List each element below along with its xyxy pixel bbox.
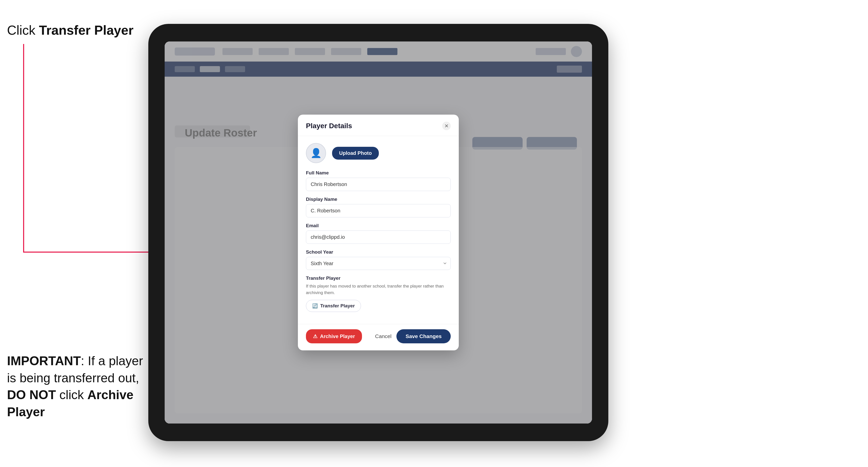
transfer-player-button[interactable]: 🔄 Transfer Player [306, 300, 361, 312]
player-details-modal: Player Details ✕ 👤 Upload Photo [298, 115, 459, 350]
full-name-label: Full Name [306, 170, 451, 176]
school-year-group: School Year First Year Second Year Third… [306, 249, 451, 270]
person-icon: 👤 [310, 148, 322, 158]
instruction-end: click [56, 388, 87, 402]
archive-player-button[interactable]: ⚠ Archive Player [306, 329, 362, 343]
cancel-button[interactable]: Cancel [375, 333, 392, 339]
upload-photo-button[interactable]: Upload Photo [332, 147, 379, 160]
footer-right-actions: Cancel Save Changes [375, 329, 451, 343]
ipad-device: Update Roster Player Details ✕ [148, 24, 608, 441]
instruction-bold: Transfer Player [39, 23, 133, 37]
full-name-group: Full Name [306, 170, 451, 191]
close-icon: ✕ [444, 123, 449, 129]
transfer-player-button-label: Transfer Player [320, 303, 355, 309]
instruction-bottom: IMPORTANT: If a player is being transfer… [7, 353, 145, 421]
instruction-prefix: Click [7, 23, 39, 37]
photo-upload-row: 👤 Upload Photo [306, 143, 451, 163]
email-group: Email [306, 223, 451, 244]
photo-avatar-circle: 👤 [306, 143, 326, 163]
email-input[interactable] [306, 230, 451, 244]
ipad-screen: Update Roster Player Details ✕ [165, 41, 592, 424]
modal-body: 👤 Upload Photo Full Name Display Name [298, 136, 459, 324]
instruction-top: Click Transfer Player [7, 23, 133, 38]
transfer-section-label: Transfer Player [306, 276, 451, 281]
modal-footer: ⚠ Archive Player Cancel Save Changes [298, 324, 459, 350]
arrow-vertical-line [23, 44, 24, 253]
modal-overlay: Player Details ✕ 👤 Upload Photo [165, 41, 592, 424]
warning-icon: ⚠ [313, 333, 317, 339]
save-changes-button[interactable]: Save Changes [396, 329, 451, 343]
email-label: Email [306, 223, 451, 228]
modal-close-button[interactable]: ✕ [442, 122, 451, 130]
full-name-input[interactable] [306, 178, 451, 191]
display-name-label: Display Name [306, 196, 451, 202]
important-label: IMPORTANT [7, 354, 81, 368]
do-not-label: DO NOT [7, 388, 56, 402]
transfer-player-section: Transfer Player If this player has moved… [306, 276, 451, 312]
school-year-label: School Year [306, 249, 451, 255]
sync-icon: 🔄 [312, 303, 318, 309]
display-name-input[interactable] [306, 204, 451, 217]
modal-title: Player Details [306, 122, 352, 130]
school-year-select[interactable]: First Year Second Year Third Year Fourth… [306, 257, 451, 270]
modal-header: Player Details ✕ [298, 115, 459, 136]
archive-player-button-label: Archive Player [320, 334, 355, 339]
display-name-group: Display Name [306, 196, 451, 217]
transfer-section-description: If this player has moved to another scho… [306, 283, 451, 296]
